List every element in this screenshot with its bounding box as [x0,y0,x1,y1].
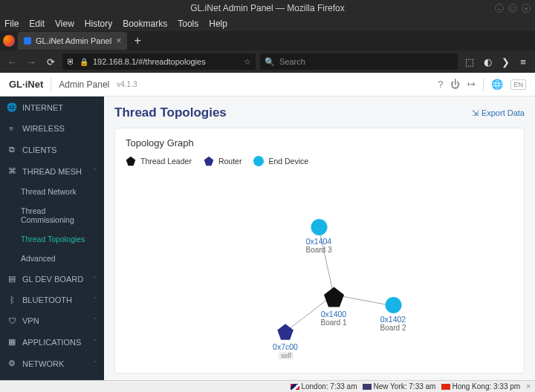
divider [51,78,51,91]
svg-marker-0 [126,157,136,166]
new-tab-button[interactable]: + [130,33,145,48]
window-minimize[interactable]: – [495,4,504,13]
circle-icon [385,297,401,313]
sidebar-sub-thread-commissioning[interactable]: Thread Commissioning [0,201,104,229]
menu-tools[interactable]: Tools [178,19,198,29]
clock-uk: London: 7:33 am [291,382,357,391]
sidebar-item-thread-mesh[interactable]: ⌘THREAD MESH˄ [0,160,104,182]
extensions-icon[interactable]: ❯ [498,54,513,69]
sidebar-item-gl-dev-board[interactable]: ▤GL DEV BOARD˅ [0,268,104,290]
net-icon: ⚙ [7,359,16,368]
nav-back[interactable]: ← [4,54,19,69]
sidebar-sub-thread-network[interactable]: Thread Network [0,182,104,201]
svg-marker-5 [324,287,344,307]
sidebar-item-vpn[interactable]: 🛡VPN˅ [0,310,104,331]
chevron-icon: ˄ [93,168,97,175]
menu-help[interactable]: Help [209,19,227,29]
sidebar-item-network[interactable]: ⚙NETWORK˅ [0,353,104,374]
account-icon[interactable]: ◐ [480,54,495,69]
page-title: Thread Topologies [114,105,227,120]
globe-icon: 🌐 [7,102,16,112]
menu-view[interactable]: View [55,19,74,29]
page-content: GL·iNet Admin Panel v4.1.3 ? ⏻ ↦ 🌐 EN 🌐I… [0,73,535,380]
globe-icon[interactable]: 🌐 [491,79,503,90]
menu-history[interactable]: History [85,19,112,29]
pentagon-icon [322,286,345,308]
bt-icon: ᛒ [7,295,16,304]
pentagon-icon [126,156,136,166]
legend-router: Router [204,156,242,166]
sidebar-sub-thread-topologies[interactable]: Thread Topologies [0,229,104,249]
devices-icon: ⧉ [7,145,16,154]
clock-us: New York: 7:33 am [363,382,435,391]
sidebar-item-wireless[interactable]: ᯤWIRELESS [0,118,104,139]
legend-end-device: End Device [253,156,308,166]
admin-panel-label: Admin Panel [59,79,109,90]
graph-edges [126,171,513,364]
tab-close[interactable]: × [116,36,121,46]
desktop-statusbar: London: 7:33 amNew York: 7:33 amHong Kon… [0,380,535,392]
search-placeholder: Search [279,57,305,66]
export-data-button[interactable]: ⇲ Export Data [472,108,525,118]
window-close[interactable]: × [522,4,531,13]
flag-icon [363,384,372,390]
shield-icon: ⛨ [67,57,75,66]
power-icon[interactable]: ⏻ [450,79,460,90]
help-icon[interactable]: ? [438,79,443,90]
firefox-icon [3,35,15,47]
pentagon-icon [276,323,294,341]
gl-header: GL·iNet Admin Panel v4.1.3 ? ⏻ ↦ 🌐 EN [0,73,535,97]
search-bar[interactable]: 🔍 Search [260,53,458,70]
graph-node-0x1400[interactable]: 0x1400Board 1 [320,286,346,327]
topology-graph[interactable]: 0x1404Board 30x1400Board 10x1402Board 20… [126,171,513,364]
version-label: v4.1.3 [117,80,137,88]
chevron-icon: ˅ [93,360,97,368]
wifi-icon: ᯤ [7,124,16,133]
language-badge[interactable]: EN [510,79,526,90]
sidebar-item-applications[interactable]: ▦APPLICATIONS˅ [0,331,104,353]
sidebar-item-clients[interactable]: ⧉CLIENTS [0,139,104,160]
tab-favicon [24,37,31,45]
circle-icon [311,219,327,235]
browser-toolbar: ← → ⟳ ⛨ 🔒 192.168.8.1/#/threadtopologies… [0,50,535,73]
menu-bookmarks[interactable]: Bookmarks [123,19,167,29]
card-title: Topology Graph [126,137,513,148]
mesh-icon: ⌘ [7,166,16,176]
nav-reload[interactable]: ⟳ [43,54,58,69]
search-icon: 🔍 [265,57,275,67]
legend-leader: Thread Leader [126,156,192,166]
sidebar-item-internet[interactable]: 🌐INTERNET [0,97,104,118]
graph-node-0x1404[interactable]: 0x1404Board 3 [305,219,331,254]
sidebar-sub-advanced[interactable]: Advanced [0,249,104,268]
hamburger-menu[interactable]: ≡ [516,54,531,69]
flag-icon [291,384,299,390]
tab-label: GL.iNet Admin Panel [36,36,111,45]
menu-edit[interactable]: Edit [29,19,45,29]
main-content: Thread Topologies ⇲ Export Data Topology… [104,97,535,380]
divider [483,78,484,91]
url-bar[interactable]: ⛨ 🔒 192.168.8.1/#/threadtopologies ☆ [62,53,256,70]
browser-tab[interactable]: GL.iNet Admin Panel × [18,32,127,50]
pocket-icon[interactable]: ⬚ [462,54,477,69]
flag-icon [441,384,450,390]
statusbar-close[interactable]: × [526,382,531,391]
pentagon-icon [204,156,214,166]
gl-logo: GL·iNet [9,79,43,90]
chevron-icon: ˅ [93,317,97,324]
chevron-icon: ˅ [93,296,97,304]
window-maximize[interactable]: □ [508,4,517,13]
export-icon: ⇲ [472,108,479,118]
topology-card: Topology Graph Thread Leader Router End … [114,128,525,373]
menu-file[interactable]: File [4,19,19,29]
bookmark-star-icon[interactable]: ☆ [244,57,251,67]
logout-icon[interactable]: ↦ [467,79,476,90]
apps-icon: ▦ [7,337,16,347]
chevron-icon: ˅ [93,339,97,346]
graph-node-0x1402[interactable]: 0x1402Board 2 [380,297,406,332]
chevron-icon: ˅ [93,275,97,283]
sidebar-item-bluetooth[interactable]: ᛒBLUETOOTH˅ [0,290,104,310]
graph-node-0x7c00[interactable]: 0x7c00self [273,323,298,359]
sidebar: 🌐INTERNETᯤWIRELESS⧉CLIENTS⌘THREAD MESH˄T… [0,97,104,380]
clock-hk: Hong Kong: 3:33 pm [441,382,520,391]
self-badge: self [279,352,294,359]
